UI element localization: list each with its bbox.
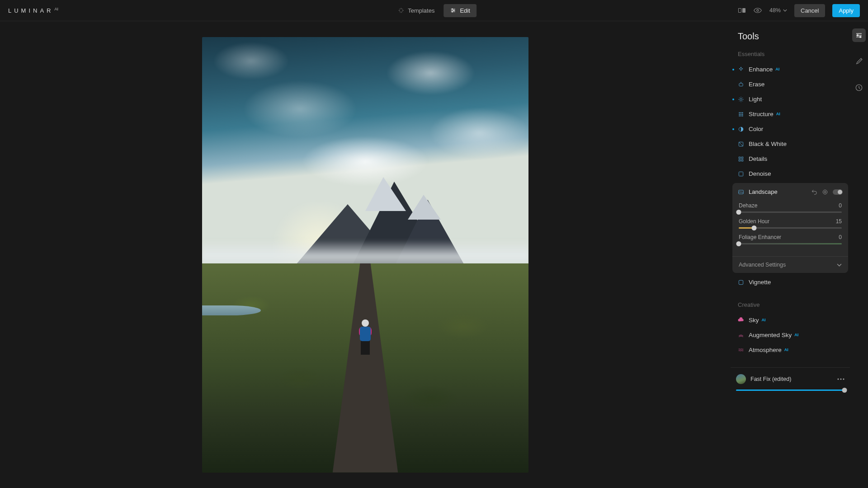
tool-enhance[interactable]: EnhanceAI bbox=[731, 62, 850, 77]
brush-icon[interactable] bbox=[852, 55, 866, 68]
tool-label: Black & White bbox=[749, 141, 787, 147]
tool-atmosphere[interactable]: AtmosphereAI bbox=[731, 343, 850, 357]
tool-vignette[interactable]: Vignette bbox=[731, 275, 850, 290]
svg-point-12 bbox=[741, 112, 741, 113]
tool-label: Details bbox=[749, 155, 767, 162]
mask-icon[interactable] bbox=[822, 189, 828, 195]
svg-rect-30 bbox=[739, 280, 743, 284]
sky-icon bbox=[738, 317, 744, 324]
color-icon bbox=[738, 126, 744, 132]
svg-point-14 bbox=[739, 113, 740, 114]
svg-point-15 bbox=[741, 113, 741, 114]
sliders-icon bbox=[450, 7, 456, 14]
foliage-thumb[interactable] bbox=[736, 241, 741, 246]
canvas-area[interactable] bbox=[0, 21, 731, 488]
svg-point-5 bbox=[452, 11, 453, 12]
landscape-icon bbox=[738, 189, 744, 195]
edit-tab[interactable]: Edit bbox=[443, 4, 476, 17]
modified-dot bbox=[732, 128, 734, 130]
slider-label: Foliage Enhancer bbox=[739, 234, 781, 240]
svg-point-32 bbox=[840, 379, 842, 380]
golden-thumb[interactable] bbox=[752, 225, 757, 230]
dehaze-thumb[interactable] bbox=[736, 210, 741, 215]
svg-point-29 bbox=[824, 191, 826, 193]
tab-label: Edit bbox=[460, 7, 470, 14]
compare-icon[interactable] bbox=[738, 7, 746, 14]
svg-point-39 bbox=[860, 36, 861, 38]
zoom-value: 48% bbox=[769, 7, 781, 14]
tool-label: Enhance bbox=[749, 66, 773, 73]
tool-label: Landscape bbox=[749, 188, 778, 195]
chevron-down-icon bbox=[837, 263, 842, 267]
svg-rect-6 bbox=[738, 9, 741, 13]
tool-label: Color bbox=[749, 126, 763, 132]
more-icon[interactable] bbox=[837, 378, 844, 380]
tool-erase[interactable]: Erase bbox=[731, 77, 850, 92]
ai-badge: AI bbox=[794, 333, 798, 337]
details-icon bbox=[738, 156, 744, 162]
modified-dot bbox=[732, 99, 734, 100]
svg-rect-22 bbox=[739, 157, 741, 159]
apply-button[interactable]: Apply bbox=[832, 4, 860, 17]
preset-thumb bbox=[736, 374, 746, 384]
dehaze-track[interactable] bbox=[739, 211, 842, 213]
svg-point-19 bbox=[742, 115, 743, 116]
topbar-right: 48% Cancel Apply bbox=[738, 4, 860, 17]
cancel-button[interactable]: Cancel bbox=[794, 4, 825, 17]
svg-point-38 bbox=[857, 35, 859, 36]
ai-badge: AI bbox=[784, 347, 788, 352]
ai-badge: AI bbox=[776, 112, 780, 116]
vignette-icon bbox=[738, 279, 744, 286]
erase-icon bbox=[738, 81, 744, 88]
history-icon[interactable] bbox=[852, 81, 866, 94]
preset-row[interactable]: Fast Fix (edited) bbox=[736, 374, 844, 384]
panel-title: Tools bbox=[731, 31, 850, 51]
tool-label: Augmented Sky bbox=[749, 332, 792, 338]
tool-bw[interactable]: Black & White bbox=[731, 136, 850, 151]
tools-panel: Tools Essentials EnhanceAI Erase Light S… bbox=[731, 21, 850, 488]
preset-name: Fast Fix (edited) bbox=[750, 376, 791, 382]
tool-label: Vignette bbox=[749, 279, 771, 286]
tool-landscape-expanded: Landscape Dehaze0 Golden Hour15 bbox=[732, 183, 848, 273]
svg-point-8 bbox=[757, 9, 759, 11]
tool-label: Erase bbox=[749, 81, 764, 88]
main-area: Tools Essentials EnhanceAI Erase Light S… bbox=[0, 21, 868, 488]
templates-tab[interactable]: Templates bbox=[392, 4, 441, 17]
slider-label: Dehaze bbox=[739, 202, 757, 209]
tool-details[interactable]: Details bbox=[731, 151, 850, 166]
tool-label: Light bbox=[749, 96, 762, 103]
foliage-track[interactable] bbox=[739, 243, 842, 244]
creative-label: Creative bbox=[731, 301, 850, 313]
structure-icon bbox=[738, 111, 744, 117]
ai-badge: AI bbox=[775, 67, 779, 71]
svg-point-31 bbox=[838, 379, 839, 380]
tool-light[interactable]: Light bbox=[731, 92, 850, 107]
dehaze-slider-row: Dehaze0 bbox=[739, 202, 842, 213]
modified-dot bbox=[732, 69, 734, 70]
landscape-sliders: Dehaze0 Golden Hour15 Foliage Enhancer0 bbox=[732, 201, 848, 256]
tool-structure[interactable]: StructureAI bbox=[731, 107, 850, 122]
ai-badge: AI bbox=[762, 318, 766, 322]
photo-preview bbox=[202, 37, 528, 473]
tool-augmented-sky[interactable]: Augmented SkyAI bbox=[731, 328, 850, 343]
golden-track[interactable] bbox=[739, 227, 842, 229]
preset-slider[interactable] bbox=[736, 389, 844, 391]
tool-denoise[interactable]: Denoise bbox=[731, 166, 850, 181]
eye-icon[interactable] bbox=[753, 7, 762, 14]
tool-label: Atmosphere bbox=[749, 347, 782, 353]
landscape-toggle[interactable] bbox=[833, 189, 843, 195]
zoom-dropdown[interactable]: 48% bbox=[769, 7, 787, 14]
advanced-settings-row[interactable]: Advanced Settings bbox=[732, 256, 848, 273]
slider-value: 0 bbox=[839, 234, 842, 240]
svg-rect-25 bbox=[741, 160, 743, 161]
preset-thumb-handle[interactable] bbox=[842, 388, 847, 393]
undo-icon[interactable] bbox=[811, 189, 817, 195]
tool-color[interactable]: Color bbox=[731, 122, 850, 136]
svg-rect-7 bbox=[742, 9, 745, 13]
sparkle-icon bbox=[398, 7, 404, 14]
landscape-header[interactable]: Landscape bbox=[732, 183, 848, 201]
edit-tools-icon[interactable] bbox=[852, 28, 866, 42]
tool-sky[interactable]: SkyAI bbox=[731, 313, 850, 328]
app-name: LUMINAR bbox=[8, 7, 54, 14]
tool-label: Structure bbox=[749, 111, 774, 117]
